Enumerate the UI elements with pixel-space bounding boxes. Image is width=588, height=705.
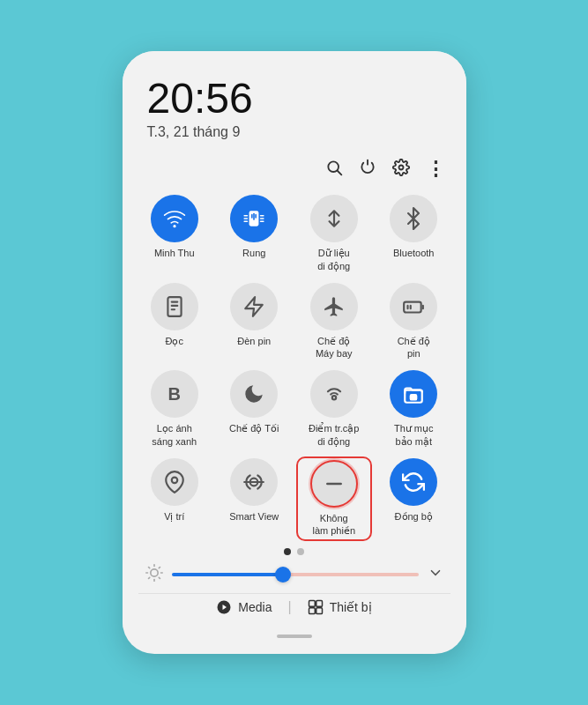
nav-handle-bar	[277, 634, 312, 638]
qs-dnd[interactable]: Khônglàm phiền	[298, 458, 371, 539]
brightness-row	[138, 564, 450, 586]
doc-icon-circle	[151, 283, 198, 330]
device-label: Thiết bị	[330, 600, 372, 614]
svg-point-22	[332, 397, 336, 400]
search-icon[interactable]	[325, 159, 343, 181]
qs-smartview[interactable]: Smart View	[218, 458, 291, 539]
data-label: Dữ liệudi động	[317, 247, 350, 272]
svg-rect-40	[309, 600, 315, 606]
battery-label: Chế độpin	[398, 335, 430, 360]
secfolder-icon-circle	[390, 370, 437, 418]
qs-bluetooth[interactable]: Bluetooth	[377, 195, 450, 272]
data-icon-circle	[310, 195, 358, 242]
hotspot-icon-circle	[310, 370, 358, 418]
secfolder-label: Thư mụcbảo mật	[394, 422, 434, 448]
darkmode-label: Chế độ Tối	[229, 422, 279, 434]
wifi-icon-circle	[151, 195, 198, 242]
flashlight-icon-circle	[230, 283, 278, 330]
qs-hotspot[interactable]: Điểm tr.cậpdi động	[298, 370, 371, 448]
qs-vibrate[interactable]: Rung	[218, 195, 291, 272]
dnd-icon-circle	[310, 460, 358, 508]
svg-rect-42	[309, 607, 315, 613]
brightness-slider[interactable]	[172, 573, 419, 576]
device-button[interactable]: Thiết bị	[292, 599, 388, 615]
battery-icon-circle	[390, 283, 437, 330]
location-label: Vị trí	[164, 510, 184, 523]
svg-rect-41	[316, 600, 322, 606]
svg-rect-19	[404, 301, 421, 312]
bottom-bar: Media | Thiết bị	[138, 593, 450, 619]
airplane-label: Chế độMáy bay	[316, 335, 353, 360]
page-dots	[138, 548, 450, 555]
phone-frame: 20:56 T.3, 21 tháng 9 ⋮	[123, 51, 466, 653]
brightness-expand-icon[interactable]	[428, 565, 443, 585]
smartview-icon-circle	[230, 458, 278, 506]
bluelight-label: Lọc ánhsáng xanh	[152, 422, 197, 448]
qs-grid: Minh Thu	[138, 195, 450, 538]
qs-secfolder[interactable]: Thư mụcbảo mật	[377, 370, 450, 448]
svg-line-37	[159, 567, 160, 568]
media-button[interactable]: Media	[200, 599, 287, 615]
svg-marker-18	[246, 297, 264, 316]
darkmode-icon-circle	[230, 370, 278, 418]
svg-line-36	[148, 577, 149, 578]
date: T.3, 21 tháng 9	[147, 124, 442, 140]
dot-2	[297, 548, 304, 555]
qs-sync[interactable]: Đồng bộ	[377, 458, 450, 539]
dnd-label: Khônglàm phiền	[312, 512, 355, 538]
qs-data[interactable]: Dữ liệudi động	[298, 195, 371, 272]
smartview-label: Smart View	[229, 510, 279, 523]
qs-wifi[interactable]: Minh Thu	[138, 195, 212, 272]
qs-location[interactable]: Vị trí	[138, 458, 212, 539]
brightness-low-icon	[145, 564, 163, 586]
svg-line-32	[148, 567, 149, 568]
svg-rect-24	[411, 395, 417, 399]
qs-doc[interactable]: Đọc	[138, 283, 212, 360]
doc-label: Đọc	[166, 335, 183, 347]
brightness-thumb[interactable]	[275, 567, 291, 583]
svg-point-2	[398, 165, 403, 169]
top-icons-row: ⋮	[123, 147, 466, 188]
wifi-label: Minh Thu	[154, 247, 195, 259]
svg-point-25	[172, 478, 178, 484]
svg-point-29	[150, 568, 157, 575]
qs-darkmode[interactable]: Chế độ Tối	[218, 370, 291, 448]
media-label: Media	[238, 600, 272, 614]
clock: 20:56	[147, 76, 442, 122]
qs-airplane[interactable]: Chế độMáy bay	[298, 283, 371, 360]
svg-line-1	[337, 170, 341, 174]
qs-battery[interactable]: Chế độpin	[377, 283, 450, 360]
nav-handle	[123, 634, 466, 638]
location-icon-circle	[151, 458, 198, 506]
vibrate-label: Rung	[242, 247, 265, 259]
qs-bluelight[interactable]: B Lọc ánhsáng xanh	[138, 370, 212, 448]
vibrate-icon-circle	[230, 195, 278, 242]
bluetooth-icon-circle	[390, 195, 437, 242]
power-icon[interactable]	[359, 159, 376, 181]
qs-flashlight[interactable]: Đèn pin	[218, 283, 291, 360]
dot-1	[284, 548, 291, 555]
svg-rect-43	[316, 607, 322, 613]
sync-label: Đồng bộ	[395, 510, 433, 523]
svg-line-33	[159, 577, 160, 578]
settings-icon[interactable]	[392, 159, 410, 181]
bluelight-icon-circle: B	[151, 370, 198, 418]
sync-icon-circle	[390, 458, 437, 506]
airplane-icon-circle	[310, 283, 358, 330]
hotspot-label: Điểm tr.cậpdi động	[309, 422, 359, 448]
more-icon[interactable]: ⋮	[426, 158, 445, 181]
bluetooth-label: Bluetooth	[393, 247, 434, 259]
status-bar: 20:56 T.3, 21 tháng 9	[123, 51, 466, 147]
svg-point-3	[173, 225, 175, 227]
flashlight-label: Đèn pin	[237, 335, 271, 347]
quick-settings-panel: Minh Thu	[123, 188, 466, 627]
